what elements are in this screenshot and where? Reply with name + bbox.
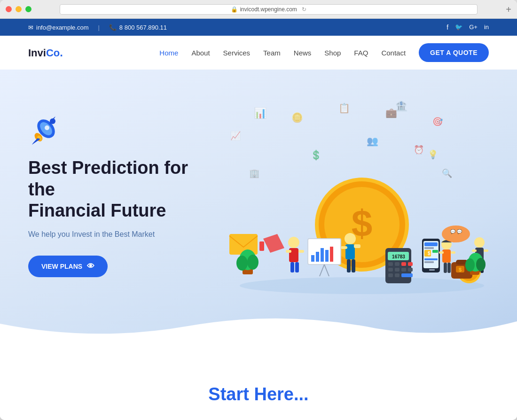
phone-icon: 📞	[109, 24, 117, 31]
lock-icon: 🔒	[231, 6, 238, 13]
new-tab-button[interactable]: +	[506, 5, 511, 14]
top-bar: ✉ info@example.com | 📞 8 800 567.890.11 …	[0, 19, 517, 36]
hero-title: Best Prediction for the Financial Future	[28, 157, 216, 222]
maximize-button[interactable]	[25, 6, 31, 12]
svg-rect-62	[442, 249, 451, 263]
refresh-icon[interactable]: ↻	[302, 6, 306, 13]
svg-rect-66	[447, 263, 451, 273]
nav-about[interactable]: About	[191, 49, 210, 57]
logo-text-2: Co	[46, 47, 60, 59]
window-controls	[6, 6, 31, 12]
svg-rect-34	[354, 244, 360, 248]
clipboard-float-icon: 📋	[338, 102, 350, 114]
svg-line-29	[320, 264, 324, 276]
svg-rect-50	[401, 273, 413, 277]
svg-rect-36	[352, 259, 355, 272]
svg-text:16783: 16783	[392, 254, 405, 259]
svg-rect-24	[311, 255, 314, 262]
nav-services[interactable]: Services	[223, 49, 251, 57]
svg-rect-47	[408, 268, 413, 272]
top-bar-left: ✉ info@example.com | 📞 8 800 567.890.11	[28, 24, 167, 31]
target-float-icon: 🎯	[432, 117, 443, 127]
email-icon: ✉	[28, 24, 33, 31]
svg-rect-65	[444, 263, 447, 273]
svg-point-3	[45, 125, 49, 130]
svg-rect-44	[388, 268, 393, 272]
hero-section: Best Prediction for the Financial Future…	[0, 70, 517, 342]
gap-section	[0, 342, 517, 356]
svg-text:$: $	[428, 251, 431, 256]
logo-text-1: Invi	[28, 47, 46, 59]
site-content: ✉ info@example.com | 📞 8 800 567.890.11 …	[0, 19, 517, 420]
svg-rect-80	[484, 249, 488, 252]
url-text: invicodt.wpengine.com	[240, 6, 297, 13]
svg-text:$: $	[459, 267, 462, 272]
start-title-text: Start Here	[208, 384, 294, 404]
titlebar: 🔒 invicodt.wpengine.com ↻ +	[0, 0, 517, 19]
twitter-icon[interactable]: 🐦	[455, 23, 462, 31]
header: InviCo. Home About Services Team News Sh…	[0, 36, 517, 70]
social-links: f 🐦 G+ in	[446, 23, 489, 31]
logo-dot: .	[60, 46, 63, 59]
coins-float-icon: 🪙	[291, 112, 303, 123]
svg-rect-42	[401, 262, 406, 266]
start-title: Start Here...	[28, 384, 489, 404]
svg-text:💬 💬: 💬 💬	[450, 229, 462, 234]
rocket-icon	[28, 116, 216, 148]
wallet-float-icon: 💼	[385, 107, 397, 118]
nav-contact[interactable]: Contact	[381, 49, 406, 57]
svg-rect-54	[424, 247, 434, 249]
svg-point-74	[442, 226, 470, 242]
svg-rect-28	[330, 247, 333, 262]
svg-point-16	[247, 255, 258, 270]
svg-point-15	[236, 256, 248, 271]
svg-rect-49	[395, 273, 400, 277]
view-plans-button[interactable]: VIEW PLANS 👁	[28, 256, 108, 277]
svg-rect-79	[472, 249, 477, 252]
svg-point-86	[476, 258, 486, 271]
minimize-button[interactable]	[16, 6, 22, 12]
facebook-icon[interactable]: f	[446, 23, 448, 31]
hero-subtitle: We help you Invest in the Best Market	[28, 230, 216, 239]
hero-illustration: 📊 🪙 📋 🏦 🎯 💼 ⏰ 📈 👥 💲 💡 🔍 🏢	[216, 98, 489, 295]
svg-rect-48	[388, 273, 393, 277]
divider: |	[98, 24, 99, 31]
svg-rect-60	[429, 269, 435, 271]
svg-rect-53	[424, 242, 438, 246]
svg-rect-45	[395, 268, 400, 272]
browser-window: 🔒 invicodt.wpengine.com ↻ + ✉ info@examp…	[0, 0, 517, 420]
svg-rect-22	[295, 262, 299, 272]
svg-rect-59	[424, 261, 434, 263]
get-quote-button[interactable]: GET A QUOTE	[419, 43, 489, 62]
googleplus-icon[interactable]: G+	[469, 23, 478, 31]
nav-team[interactable]: Team	[263, 49, 281, 57]
start-title-dots: ...	[294, 384, 309, 404]
svg-point-6	[240, 277, 484, 294]
svg-rect-21	[290, 262, 294, 272]
svg-point-17	[288, 237, 299, 248]
logo[interactable]: InviCo.	[28, 46, 63, 59]
nav-shop[interactable]: Shop	[324, 49, 341, 57]
email-text: info@example.com	[36, 24, 88, 31]
svg-rect-64	[451, 251, 455, 254]
nav-faq[interactable]: FAQ	[354, 49, 368, 57]
nav-news[interactable]: News	[294, 49, 312, 57]
svg-rect-33	[341, 246, 347, 249]
svg-rect-40	[388, 262, 393, 266]
svg-rect-27	[325, 250, 329, 262]
svg-rect-57	[432, 250, 438, 253]
svg-point-77	[474, 237, 485, 248]
hero-wave	[0, 305, 517, 342]
phone-contact: 📞 8 800 567.890.11	[109, 24, 167, 31]
nav-home[interactable]: Home	[159, 49, 178, 57]
url-bar[interactable]: 🔒 invicodt.wpengine.com ↻	[60, 4, 478, 15]
svg-rect-25	[316, 252, 319, 262]
svg-rect-41	[395, 262, 400, 266]
svg-rect-19	[286, 250, 291, 253]
svg-rect-20	[298, 250, 304, 253]
svg-rect-46	[401, 268, 406, 272]
svg-rect-12	[259, 241, 264, 251]
linkedin-icon[interactable]: in	[484, 23, 489, 31]
close-button[interactable]	[6, 6, 12, 12]
eye-icon: 👁	[87, 262, 94, 271]
